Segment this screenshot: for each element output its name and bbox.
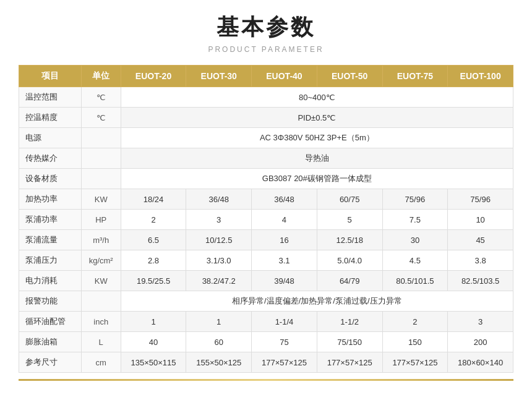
row-label: 加热功率: [19, 189, 82, 210]
col-header-EUOT-75: EUOT-75: [382, 66, 448, 87]
row-value-1: 155×50×125: [186, 352, 252, 373]
col-header-EUOT-40: EUOT-40: [252, 66, 317, 87]
row-span-value: GB3087 20#碳钢管路一体成型: [121, 169, 513, 189]
row-value-0: 40: [121, 332, 186, 352]
row-value-0: 2: [121, 210, 186, 230]
table-row: 设备材质GB3087 20#碳钢管路一体成型: [19, 169, 513, 189]
row-span-value: PID±0.5℃: [121, 108, 513, 128]
row-value-1: 38.2/47.2: [186, 271, 252, 291]
table-row: 传热媒介导热油: [19, 148, 513, 169]
table-body: 温控范围℃80~400℃控温精度℃PID±0.5℃电源AC 3Φ380V 50H…: [19, 87, 513, 373]
row-label: 泵浦流量: [19, 230, 82, 250]
table-row: 泵浦压力kg/cm²2.83.1/3.03.15.0/4.04.53.8: [19, 250, 513, 271]
row-value-3: 64/79: [317, 271, 382, 291]
row-value-1: 1: [186, 312, 252, 332]
col-header-EUOT-100: EUOT-100: [448, 66, 513, 87]
row-value-5: 82.5/103.5: [448, 271, 513, 291]
row-value-5: 3: [448, 312, 513, 332]
row-unit: kg/cm²: [81, 250, 121, 271]
table-row: 膨胀油箱L40607575/150150200: [19, 332, 513, 352]
row-value-2: 4: [252, 210, 317, 230]
row-label: 泵浦压力: [19, 250, 82, 271]
row-unit: L: [81, 332, 121, 352]
col-header-单位: 单位: [81, 66, 121, 87]
row-value-4: 177×57×125: [382, 352, 448, 373]
parameter-table: 项目单位EUOT-20EUOT-30EUOT-40EUOT-50EUOT-75E…: [19, 65, 513, 373]
row-value-5: 200: [448, 332, 513, 352]
row-value-1: 10/12.5: [186, 230, 252, 250]
row-value-2: 1-1/4: [252, 312, 317, 332]
table-row: 加热功率KW18/2436/4836/4860/7575/9675/96: [19, 189, 513, 210]
col-header-label: 项目: [19, 66, 82, 87]
row-unit: [81, 291, 121, 312]
row-label: 膨胀油箱: [19, 332, 82, 352]
row-value-1: 36/48: [186, 189, 252, 210]
row-value-0: 2.8: [121, 250, 186, 271]
row-label: 设备材质: [19, 169, 82, 189]
row-value-0: 18/24: [121, 189, 186, 210]
row-value-3: 60/75: [317, 189, 382, 210]
row-unit: KW: [81, 189, 121, 210]
row-label: 电力消耗: [19, 271, 82, 291]
table-row: 参考尺寸cm135×50×115155×50×125177×57×125177×…: [19, 352, 513, 373]
row-value-2: 75: [252, 332, 317, 352]
bottom-line: [19, 379, 513, 381]
table-row: 泵浦流量m³/h6.510/12.51612.5/183045: [19, 230, 513, 250]
row-value-3: 5.0/4.0: [317, 250, 382, 271]
row-value-2: 36/48: [252, 189, 317, 210]
row-span-value: 相序异常/温度偏差/加热异常/泵浦过载/压力异常: [121, 291, 513, 312]
row-value-5: 10: [448, 210, 513, 230]
row-unit: [81, 148, 121, 169]
row-value-3: 75/150: [317, 332, 382, 352]
row-label: 传热媒介: [19, 148, 82, 169]
row-value-2: 39/48: [252, 271, 317, 291]
row-value-4: 2: [382, 312, 448, 332]
col-header-EUOT-50: EUOT-50: [317, 66, 382, 87]
row-value-0: 6.5: [121, 230, 186, 250]
row-unit: HP: [81, 210, 121, 230]
row-value-1: 3: [186, 210, 252, 230]
table-row: 循环油配管inch111-1/41-1/223: [19, 312, 513, 332]
row-value-3: 5: [317, 210, 382, 230]
row-unit: cm: [81, 352, 121, 373]
row-value-4: 4.5: [382, 250, 448, 271]
row-value-5: 45: [448, 230, 513, 250]
row-unit: m³/h: [81, 230, 121, 250]
row-span-value: 导热油: [121, 148, 513, 169]
row-label: 泵浦功率: [19, 210, 82, 230]
row-value-3: 177×57×125: [317, 352, 382, 373]
row-unit: inch: [81, 312, 121, 332]
row-value-4: 150: [382, 332, 448, 352]
row-unit: [81, 169, 121, 189]
row-label: 温控范围: [19, 87, 82, 108]
row-unit: [81, 128, 121, 148]
row-label: 参考尺寸: [19, 352, 82, 373]
table-row: 控温精度℃PID±0.5℃: [19, 108, 513, 128]
row-label: 控温精度: [19, 108, 82, 128]
row-value-2: 16: [252, 230, 317, 250]
row-value-0: 1: [121, 312, 186, 332]
col-header-EUOT-20: EUOT-20: [121, 66, 186, 87]
row-value-1: 60: [186, 332, 252, 352]
row-value-4: 7.5: [382, 210, 448, 230]
row-value-0: 135×50×115: [121, 352, 186, 373]
row-value-5: 3.8: [448, 250, 513, 271]
row-value-4: 80.5/101.5: [382, 271, 448, 291]
row-value-0: 19.5/25.5: [121, 271, 186, 291]
row-unit: ℃: [81, 87, 121, 108]
row-unit: KW: [81, 271, 121, 291]
row-value-2: 177×57×125: [252, 352, 317, 373]
row-value-1: 3.1/3.0: [186, 250, 252, 271]
page-title: 基本参数: [19, 12, 513, 43]
table-row: 报警功能相序异常/温度偏差/加热异常/泵浦过载/压力异常: [19, 291, 513, 312]
row-value-5: 75/96: [448, 189, 513, 210]
row-label: 报警功能: [19, 291, 82, 312]
table-row: 温控范围℃80~400℃: [19, 87, 513, 108]
table-header-row: 项目单位EUOT-20EUOT-30EUOT-40EUOT-50EUOT-75E…: [19, 66, 513, 87]
table-row: 电力消耗KW19.5/25.538.2/47.239/4864/7980.5/1…: [19, 271, 513, 291]
row-value-4: 75/96: [382, 189, 448, 210]
row-value-3: 12.5/18: [317, 230, 382, 250]
row-value-3: 1-1/2: [317, 312, 382, 332]
row-unit: ℃: [81, 108, 121, 128]
table-row: 电源AC 3Φ380V 50HZ 3P+E（5m）: [19, 128, 513, 148]
